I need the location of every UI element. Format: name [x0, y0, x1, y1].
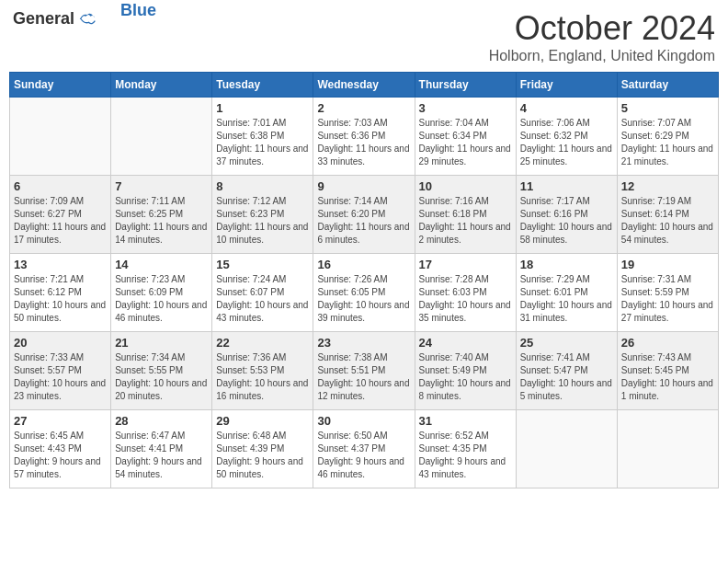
- day-number: 20: [14, 336, 107, 350]
- day-number: 22: [216, 336, 309, 350]
- calendar-cell: 12Sunrise: 7:19 AMSunset: 6:14 PMDayligh…: [617, 176, 718, 254]
- day-number: 30: [317, 414, 410, 428]
- month-title: October 2024: [489, 9, 715, 48]
- calendar-cell: 9Sunrise: 7:14 AMSunset: 6:20 PMDaylight…: [313, 176, 415, 254]
- calendar-cell: 28Sunrise: 6:47 AMSunset: 4:41 PMDayligh…: [111, 410, 212, 488]
- calendar-week-row: 6Sunrise: 7:09 AMSunset: 6:27 PMDaylight…: [10, 176, 719, 254]
- day-number: 10: [419, 179, 512, 193]
- calendar-cell: 13Sunrise: 7:21 AMSunset: 6:12 PMDayligh…: [10, 254, 111, 332]
- day-number: 14: [115, 258, 208, 271]
- day-info: Sunrise: 7:43 AMSunset: 5:45 PMDaylight:…: [621, 351, 714, 403]
- day-number: 1: [216, 101, 309, 115]
- day-info: Sunrise: 7:12 AMSunset: 6:23 PMDaylight:…: [216, 195, 309, 247]
- day-info: Sunrise: 7:24 AMSunset: 6:07 PMDaylight:…: [216, 273, 309, 325]
- day-info: Sunrise: 7:14 AMSunset: 6:20 PMDaylight:…: [317, 195, 410, 247]
- day-number: 9: [317, 179, 410, 193]
- day-info: Sunrise: 7:04 AMSunset: 6:34 PMDaylight:…: [419, 117, 512, 168]
- day-info: Sunrise: 7:31 AMSunset: 5:59 PMDaylight:…: [621, 273, 714, 325]
- day-info: Sunrise: 6:48 AMSunset: 4:39 PMDaylight:…: [216, 430, 309, 481]
- day-info: Sunrise: 7:21 AMSunset: 6:12 PMDaylight:…: [14, 273, 107, 325]
- day-number: 25: [520, 336, 613, 350]
- logo-text-blue: Blue: [120, 1, 156, 20]
- day-info: Sunrise: 7:01 AMSunset: 6:38 PMDaylight:…: [216, 117, 309, 168]
- day-number: 2: [317, 101, 410, 115]
- title-area: October 2024 Holborn, England, United Ki…: [489, 9, 715, 64]
- day-info: Sunrise: 7:41 AMSunset: 5:47 PMDaylight:…: [520, 351, 613, 403]
- calendar-cell: 24Sunrise: 7:40 AMSunset: 5:49 PMDayligh…: [415, 332, 516, 410]
- day-info: Sunrise: 6:47 AMSunset: 4:41 PMDaylight:…: [115, 430, 208, 481]
- calendar-header-sunday: Sunday: [10, 73, 111, 98]
- location-title: Holborn, England, United Kingdom: [489, 48, 715, 64]
- day-info: Sunrise: 7:09 AMSunset: 6:27 PMDaylight:…: [14, 195, 107, 247]
- day-number: 15: [216, 258, 309, 271]
- day-number: 3: [419, 101, 512, 115]
- calendar-week-row: 1Sunrise: 7:01 AMSunset: 6:38 PMDaylight…: [10, 98, 719, 176]
- day-info: Sunrise: 7:19 AMSunset: 6:14 PMDaylight:…: [621, 195, 714, 247]
- day-info: Sunrise: 7:36 AMSunset: 5:53 PMDaylight:…: [216, 351, 309, 403]
- day-info: Sunrise: 7:06 AMSunset: 6:32 PMDaylight:…: [520, 117, 613, 168]
- calendar-table: SundayMondayTuesdayWednesdayThursdayFrid…: [9, 72, 719, 488]
- calendar-cell: 10Sunrise: 7:16 AMSunset: 6:18 PMDayligh…: [415, 176, 516, 254]
- day-info: Sunrise: 7:34 AMSunset: 5:55 PMDaylight:…: [115, 351, 208, 403]
- calendar-header-row: SundayMondayTuesdayWednesdayThursdayFrid…: [10, 73, 719, 98]
- day-info: Sunrise: 7:16 AMSunset: 6:18 PMDaylight:…: [419, 195, 512, 247]
- logo: General Blue: [13, 9, 156, 29]
- calendar-cell: 5Sunrise: 7:07 AMSunset: 6:29 PMDaylight…: [617, 98, 718, 176]
- calendar-week-row: 20Sunrise: 7:33 AMSunset: 5:57 PMDayligh…: [10, 332, 719, 410]
- calendar-cell: 18Sunrise: 7:29 AMSunset: 6:01 PMDayligh…: [516, 254, 617, 332]
- calendar-cell: 31Sunrise: 6:52 AMSunset: 4:35 PMDayligh…: [415, 410, 516, 488]
- day-number: 5: [621, 101, 714, 115]
- calendar-cell: 4Sunrise: 7:06 AMSunset: 6:32 PMDaylight…: [516, 98, 617, 176]
- day-number: 26: [621, 336, 714, 350]
- calendar-cell: 30Sunrise: 6:50 AMSunset: 4:37 PMDayligh…: [313, 410, 415, 488]
- day-info: Sunrise: 6:50 AMSunset: 4:37 PMDaylight:…: [317, 430, 410, 481]
- calendar-cell: 16Sunrise: 7:26 AMSunset: 6:05 PMDayligh…: [313, 254, 415, 332]
- day-number: 19: [621, 258, 714, 271]
- calendar-week-row: 27Sunrise: 6:45 AMSunset: 4:43 PMDayligh…: [10, 410, 719, 488]
- logo-icon: [78, 10, 97, 29]
- day-number: 8: [216, 179, 309, 193]
- calendar-cell: 26Sunrise: 7:43 AMSunset: 5:45 PMDayligh…: [617, 332, 718, 410]
- day-number: 7: [115, 179, 208, 193]
- calendar-cell: 15Sunrise: 7:24 AMSunset: 6:07 PMDayligh…: [212, 254, 313, 332]
- calendar-cell: 19Sunrise: 7:31 AMSunset: 5:59 PMDayligh…: [617, 254, 718, 332]
- day-info: Sunrise: 7:33 AMSunset: 5:57 PMDaylight:…: [14, 351, 107, 403]
- calendar-cell: 11Sunrise: 7:17 AMSunset: 6:16 PMDayligh…: [516, 176, 617, 254]
- day-info: Sunrise: 7:11 AMSunset: 6:25 PMDaylight:…: [115, 195, 208, 247]
- calendar-cell: 1Sunrise: 7:01 AMSunset: 6:38 PMDaylight…: [212, 98, 313, 176]
- day-info: Sunrise: 7:29 AMSunset: 6:01 PMDaylight:…: [520, 273, 613, 325]
- day-info: Sunrise: 7:38 AMSunset: 5:51 PMDaylight:…: [317, 351, 410, 403]
- calendar-cell: [516, 410, 617, 488]
- day-info: Sunrise: 6:52 AMSunset: 4:35 PMDaylight:…: [419, 430, 512, 481]
- day-number: 17: [419, 258, 512, 271]
- day-number: 13: [14, 258, 107, 271]
- calendar-header-thursday: Thursday: [415, 73, 516, 98]
- calendar-cell: 2Sunrise: 7:03 AMSunset: 6:36 PMDaylight…: [313, 98, 415, 176]
- day-number: 29: [216, 414, 309, 428]
- day-number: 28: [115, 414, 208, 428]
- calendar-cell: 21Sunrise: 7:34 AMSunset: 5:55 PMDayligh…: [111, 332, 212, 410]
- calendar-cell: 23Sunrise: 7:38 AMSunset: 5:51 PMDayligh…: [313, 332, 415, 410]
- calendar-week-row: 13Sunrise: 7:21 AMSunset: 6:12 PMDayligh…: [10, 254, 719, 332]
- day-info: Sunrise: 7:17 AMSunset: 6:16 PMDaylight:…: [520, 195, 613, 247]
- day-number: 11: [520, 179, 613, 193]
- day-number: 6: [14, 179, 107, 193]
- day-info: Sunrise: 7:26 AMSunset: 6:05 PMDaylight:…: [317, 273, 410, 325]
- calendar-header-monday: Monday: [111, 73, 212, 98]
- day-number: 18: [520, 258, 613, 271]
- calendar-cell: [10, 98, 111, 176]
- calendar-cell: 17Sunrise: 7:28 AMSunset: 6:03 PMDayligh…: [415, 254, 516, 332]
- day-info: Sunrise: 7:40 AMSunset: 5:49 PMDaylight:…: [419, 351, 512, 403]
- calendar-cell: 6Sunrise: 7:09 AMSunset: 6:27 PMDaylight…: [10, 176, 111, 254]
- calendar-cell: 29Sunrise: 6:48 AMSunset: 4:39 PMDayligh…: [212, 410, 313, 488]
- day-info: Sunrise: 7:03 AMSunset: 6:36 PMDaylight:…: [317, 117, 410, 168]
- day-number: 21: [115, 336, 208, 350]
- day-number: 31: [419, 414, 512, 428]
- calendar-cell: 22Sunrise: 7:36 AMSunset: 5:53 PMDayligh…: [212, 332, 313, 410]
- day-number: 16: [317, 258, 410, 271]
- day-number: 27: [14, 414, 107, 428]
- calendar-cell: 25Sunrise: 7:41 AMSunset: 5:47 PMDayligh…: [516, 332, 617, 410]
- calendar-cell: 8Sunrise: 7:12 AMSunset: 6:23 PMDaylight…: [212, 176, 313, 254]
- calendar-header-wednesday: Wednesday: [313, 73, 415, 98]
- calendar-cell: 14Sunrise: 7:23 AMSunset: 6:09 PMDayligh…: [111, 254, 212, 332]
